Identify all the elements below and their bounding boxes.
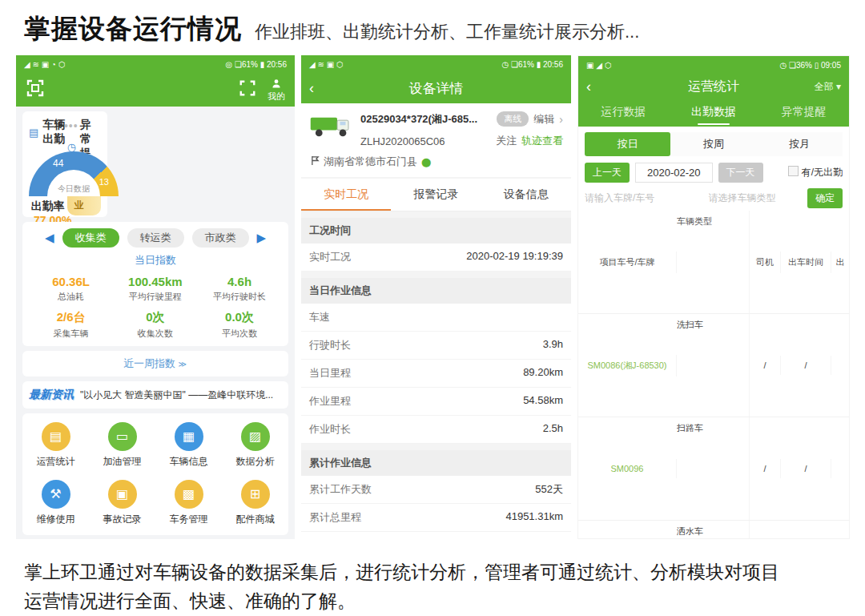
scope-selector[interactable]: 全部 ▾ bbox=[815, 80, 841, 94]
device-name: 02529034*372(湘J-685... bbox=[360, 112, 492, 127]
page-title: 掌握设备运行情况 bbox=[24, 14, 242, 43]
back-icon[interactable]: ‹ bbox=[586, 79, 591, 95]
tab-realtime-status[interactable]: 实时工况 bbox=[301, 179, 391, 211]
checkbox-label: 有/无出勤 bbox=[802, 167, 843, 178]
screenshots-row: ◢ ≋ ▣ ◔ ⬡ ◎ ❏61% ▮ 20:56 我的 ••• ▤ bbox=[16, 55, 849, 539]
search-filters: 请输入车牌/车号 请选择车辆类型 确定 bbox=[585, 188, 843, 208]
vehicle-admin-icon: ▩ bbox=[175, 480, 203, 509]
vehicle-info-icon: ▦ bbox=[175, 422, 203, 451]
gauge-center-label: 今日数据 bbox=[29, 183, 119, 195]
offline-status-badge: 离线 bbox=[497, 111, 529, 127]
device-detail-screenshot: ◢ ≋ ▣ ⬡ ◷ ❏61% ▮ 20:56 ‹ 设备详情 02529034*3… bbox=[301, 55, 571, 539]
menu-item[interactable]: ▩ 车务管理 bbox=[155, 474, 222, 532]
fullscreen-scan-icon[interactable] bbox=[239, 79, 256, 100]
week-index-link[interactable]: 近一周指数 ≫ bbox=[22, 351, 288, 376]
flag-icon bbox=[311, 155, 320, 168]
stat-item: 60.36L 总油耗 bbox=[29, 275, 113, 303]
tab-device-info[interactable]: 设备信息 bbox=[481, 179, 571, 211]
table-row[interactable]: SM0086(湘J-68530) 洗扫车 / / bbox=[578, 313, 849, 417]
menu-item[interactable]: ▣ 事故记录 bbox=[89, 474, 155, 532]
vehicle-type-select[interactable]: 请选择车辆类型 bbox=[708, 191, 807, 205]
back-icon[interactable]: ‹ bbox=[309, 80, 314, 97]
page-subtitle: 作业排班、出勤统计分析、工作量统计展示分析... bbox=[255, 22, 639, 42]
prev-day-button[interactable]: 上一天 bbox=[585, 163, 630, 183]
tab-alarm-records[interactable]: 报警记录 bbox=[391, 179, 481, 211]
marker-icon: ⬤ bbox=[421, 157, 431, 167]
tab-attendance-data[interactable]: 出勤数据 bbox=[669, 99, 759, 127]
status-bar: ◢ ≋ ▣ ⬡ ◷ ❏61% ▮ 20:56 bbox=[301, 55, 571, 73]
stat-item: 0.0次 平均次数 bbox=[197, 310, 281, 340]
stats-tabs: 运行数据 出勤数据 异常提醒 bbox=[578, 99, 849, 127]
menu-item[interactable]: ⊞ 配件商城 bbox=[222, 474, 288, 532]
menu-item[interactable]: ▭ 加油管理 bbox=[89, 417, 155, 474]
date-field[interactable]: 2020-02-20 bbox=[635, 163, 713, 183]
detail-row: 累计总里程41951.31km bbox=[301, 504, 571, 532]
chevron-down-icon: ▾ bbox=[836, 81, 841, 92]
section-title: 当日作业信息 bbox=[301, 278, 571, 304]
arrow-right-icon[interactable]: ▶ bbox=[257, 231, 267, 245]
fuel-manage-icon: ▭ bbox=[108, 422, 137, 451]
home-dashboard-screenshot: ◢ ≋ ▣ ◔ ⬡ ◎ ❏61% ▮ 20:56 我的 ••• ▤ bbox=[16, 55, 295, 539]
arrow-left-icon[interactable]: ◀ bbox=[45, 231, 54, 245]
tab-collection[interactable]: 收集类 bbox=[62, 228, 119, 248]
follow-link[interactable]: 关注 bbox=[496, 134, 517, 148]
menu-item[interactable]: ▨ 数据分析 bbox=[222, 417, 288, 474]
tab-transfer[interactable]: 转运类 bbox=[127, 228, 184, 248]
detail-row: 累计工作天数552天 bbox=[301, 476, 571, 504]
status-right: ◷ ❏61% ▮ 20:56 bbox=[501, 60, 563, 69]
present-count: 44 bbox=[53, 158, 63, 169]
status-right: ◷ ❏36% ▯ 09:05 bbox=[779, 61, 841, 70]
page-header: 掌握设备运行情况作业排班、出勤统计分析、工作量统计展示分析... bbox=[0, 0, 865, 47]
tab-by-month[interactable]: 按月 bbox=[757, 132, 843, 156]
profile-button[interactable]: 我的 bbox=[268, 79, 285, 100]
status-bar: ◢ ≋ ▣ ◔ ⬡ ◎ ❏61% ▮ 20:56 bbox=[16, 55, 295, 73]
table-row[interactable]: SM0098 洒水车 / / bbox=[578, 520, 849, 539]
plate-search-input[interactable]: 请输入车牌/车号 bbox=[585, 191, 708, 205]
section-worktime: 工况时间 实时工况 2020-02-19 19:19:39 bbox=[301, 218, 571, 272]
table-row[interactable]: SM0096 扫路车 / / bbox=[578, 417, 849, 520]
date-navigation: 上一天 2020-02-20 下一天 有/无出勤 bbox=[585, 163, 843, 183]
tab-municipal[interactable]: 市政类 bbox=[192, 228, 249, 248]
menu-item[interactable]: ▤ 运营统计 bbox=[22, 417, 89, 474]
signal-wifi-icons: ◢ ≋ ▣ ⬡ bbox=[309, 60, 344, 69]
daily-index-label: 当日指数 bbox=[29, 253, 282, 268]
attendance-card: ••• ▤ 车辆出勤 44 13 今日数据 出勤率77.00% 出勤 未出勤 bbox=[22, 111, 107, 217]
attendance-gauge: 44 13 今日数据 bbox=[29, 151, 119, 196]
next-day-button[interactable]: 下一天 bbox=[718, 163, 763, 183]
status-bar: ▣ ◢ ⬡ ◷ ❏36% ▯ 09:05 bbox=[578, 56, 849, 74]
detail-row: 累计作业里程22784.21km bbox=[301, 532, 571, 539]
signal-wifi-icons: ◢ ≋ ▣ ◔ ⬡ bbox=[24, 60, 65, 69]
edit-link[interactable]: 编辑 bbox=[533, 112, 554, 127]
section-title: 工况时间 bbox=[301, 218, 571, 244]
qr-scan-icon[interactable] bbox=[26, 79, 45, 101]
repair-icon: ⚒ bbox=[42, 480, 70, 509]
data-analysis-icon: ▨ bbox=[241, 422, 270, 451]
detail-row: 作业时长2.5h bbox=[301, 416, 571, 444]
chevron-right-icon[interactable]: › bbox=[559, 113, 563, 126]
stat-item: 100.45km 平均行驶里程 bbox=[113, 275, 197, 303]
device-summary: 02529034*372(湘J-685... 离线 编辑 › ZLHJ20200… bbox=[301, 103, 571, 153]
tab-by-day[interactable]: 按日 bbox=[585, 132, 670, 156]
detail-row: 实时工况 2020-02-19 19:19:39 bbox=[301, 244, 571, 272]
device-location: 湖南省常德市石门县 ⬤ bbox=[301, 153, 571, 177]
detail-row: 作业里程54.58km bbox=[301, 388, 571, 416]
news-bar[interactable]: 最新资讯 "以小见大 智造美丽中国" ——盈峰中联环境... bbox=[22, 381, 288, 409]
confirm-button[interactable]: 确定 bbox=[807, 188, 843, 208]
detail-tabs: 实时工况 报警记录 设备信息 bbox=[301, 179, 571, 211]
truck-thumbnail bbox=[309, 111, 354, 148]
attendance-title: ▤ 车辆出勤 bbox=[29, 118, 67, 147]
operation-stats-screenshot: ▣ ◢ ⬡ ◷ ❏36% ▯ 09:05 ‹ 运营统计 全部 ▾ 运行数据 出勤… bbox=[577, 55, 850, 539]
track-view-link[interactable]: 轨迹查看 bbox=[521, 134, 563, 148]
more-icon[interactable]: ••• bbox=[64, 119, 78, 132]
accident-record-icon: ▣ bbox=[108, 480, 137, 509]
nav-bar: ‹ 运营统计 全部 ▾ bbox=[578, 74, 849, 99]
tab-abnormal-alerts[interactable]: 异常提醒 bbox=[758, 99, 849, 127]
detail-row: 当日里程89.20km bbox=[301, 360, 571, 388]
attendance-checkbox[interactable] bbox=[788, 166, 799, 176]
menu-item[interactable]: ▦ 车辆信息 bbox=[155, 417, 222, 474]
menu-item[interactable]: ⚒ 维修使用 bbox=[22, 474, 89, 532]
section-cumulative-work: 累计作业信息 累计工作天数552天 累计总里程41951.31km 累计作业里程… bbox=[301, 450, 571, 539]
tab-running-data[interactable]: 运行数据 bbox=[578, 99, 669, 127]
tab-by-week[interactable]: 按周 bbox=[670, 132, 756, 156]
signal-wifi-icons: ▣ ◢ ⬡ bbox=[586, 61, 611, 70]
